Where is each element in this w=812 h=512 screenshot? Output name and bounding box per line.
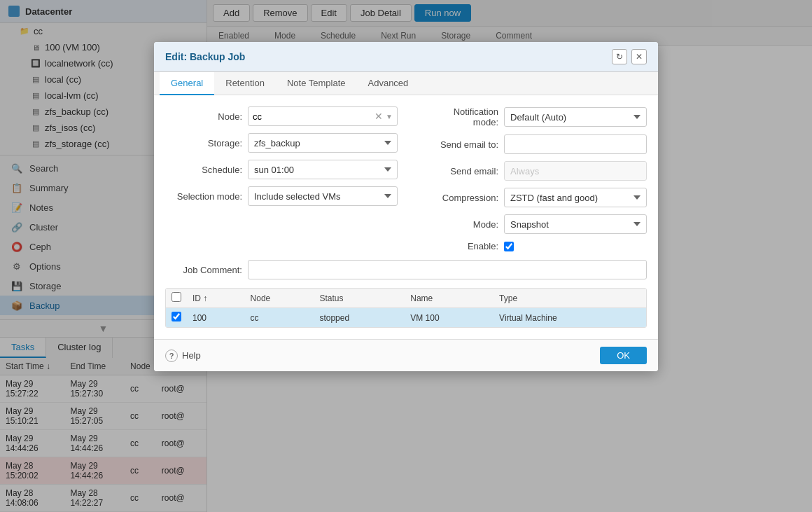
send-email-label: Send email: — [414, 166, 498, 177]
help-icon: ? — [165, 350, 178, 362]
node-input[interactable] — [253, 111, 373, 122]
send-email-to-label: Send email to: — [414, 139, 498, 150]
vm-col-id[interactable]: ID ↑ — [187, 289, 245, 308]
form-row-node: Node: ✕ ▼ — [165, 106, 398, 126]
form-left: Node: ✕ ▼ Storage: zfs_backup — [165, 106, 398, 251]
vm-col-checkbox — [166, 289, 187, 308]
vm-row-status: stopped — [314, 308, 405, 328]
storage-select[interactable]: zfs_backup — [248, 133, 398, 153]
node-input-wrapper: ✕ ▼ — [248, 106, 398, 126]
modal-tab-note-template[interactable]: Note Template — [276, 72, 357, 95]
vm-col-type: Type — [493, 289, 646, 308]
enable-label: Enable: — [414, 241, 498, 251]
schedule-select[interactable]: sun 01:00 — [248, 160, 398, 179]
modal-tab-general[interactable]: General — [160, 72, 214, 95]
form-row-storage: Storage: zfs_backup — [165, 133, 398, 153]
form-row-send-email-to: Send email to: — [414, 134, 647, 154]
compression-label: Compression: — [414, 193, 498, 203]
mode-select[interactable]: Snapshot — [504, 214, 647, 234]
send-email-to-input[interactable] — [504, 134, 647, 154]
form-section: Node: ✕ ▼ Storage: zfs_backup — [165, 106, 647, 251]
modal-title: Edit: Backup Job — [165, 51, 245, 62]
modal-close-button[interactable]: ✕ — [631, 49, 647, 64]
notification-mode-select[interactable]: Default (Auto) — [504, 107, 647, 127]
modal-refresh-button[interactable]: ↻ — [612, 49, 627, 64]
vm-col-name: Name — [405, 289, 493, 308]
compression-select[interactable]: ZSTD (fast and good) — [504, 188, 647, 207]
help-label: Help — [182, 350, 201, 361]
vm-row-checkbox[interactable] — [172, 312, 181, 321]
vm-row-node: cc — [245, 308, 314, 328]
modal-tab-advanced[interactable]: Advanced — [357, 72, 420, 95]
help-link[interactable]: ? Help — [165, 350, 201, 362]
modal-overlay: Edit: Backup Job ↻ ✕ General Retention N… — [0, 0, 812, 512]
job-comment-input[interactable] — [248, 260, 647, 279]
form-row-selection-mode: Selection mode: Include selected VMs — [165, 186, 398, 206]
form-row-send-email: Send email: Always — [414, 161, 647, 181]
form-row-schedule: Schedule: sun 01:00 — [165, 160, 398, 179]
modal-header: Edit: Backup Job ↻ ✕ — [154, 42, 658, 72]
vm-row-name: VM 100 — [405, 308, 493, 328]
form-row-enable: Enable: — [414, 241, 647, 251]
vm-row-type: Virtual Machine — [493, 308, 646, 328]
form-row-notification-mode: Notificationmode: Default (Auto) — [414, 106, 647, 127]
enable-checkbox[interactable] — [504, 242, 514, 251]
job-comment-label: Job Comment: — [165, 265, 242, 275]
schedule-label: Schedule: — [165, 165, 242, 175]
form-row-compression: Compression: ZSTD (fast and good) — [414, 188, 647, 207]
send-email-select[interactable]: Always — [504, 161, 647, 181]
mode-label: Mode: — [414, 219, 498, 230]
node-clear-button[interactable]: ✕ — [373, 111, 384, 122]
job-comment-row: Job Comment: — [165, 260, 647, 279]
modal-body: Node: ✕ ▼ Storage: zfs_backup — [154, 95, 658, 339]
edit-backup-modal: Edit: Backup Job ↻ ✕ General Retention N… — [154, 42, 658, 371]
selection-mode-select[interactable]: Include selected VMs — [248, 186, 398, 206]
vm-row-checkbox-cell — [166, 308, 187, 328]
vm-col-node: Node — [245, 289, 314, 308]
node-dropdown-icon[interactable]: ▼ — [386, 113, 393, 120]
vm-table: ID ↑ Node Status Name Type 100 — [166, 289, 646, 327]
modal-tabs: General Retention Note Template Advanced — [154, 72, 658, 95]
table-row[interactable]: 100 cc stopped VM 100 Virtual Machine — [166, 308, 646, 328]
modal-tab-retention[interactable]: Retention — [214, 72, 276, 95]
modal-footer: ? Help OK — [154, 339, 658, 371]
ok-button[interactable]: OK — [600, 347, 647, 364]
vm-col-status: Status — [314, 289, 405, 308]
notification-mode-label: Notificationmode: — [414, 106, 498, 127]
modal-header-actions: ↻ ✕ — [612, 49, 647, 64]
node-label: Node: — [165, 111, 242, 122]
vm-table-container: ID ↑ Node Status Name Type 100 — [165, 288, 647, 328]
selection-mode-label: Selection mode: — [165, 191, 242, 202]
storage-label: Storage: — [165, 138, 242, 148]
vm-row-id: 100 — [187, 308, 245, 328]
vm-select-all-checkbox[interactable] — [172, 292, 181, 302]
form-right: Notificationmode: Default (Auto) Send em… — [414, 106, 647, 251]
form-row-mode: Mode: Snapshot — [414, 214, 647, 234]
